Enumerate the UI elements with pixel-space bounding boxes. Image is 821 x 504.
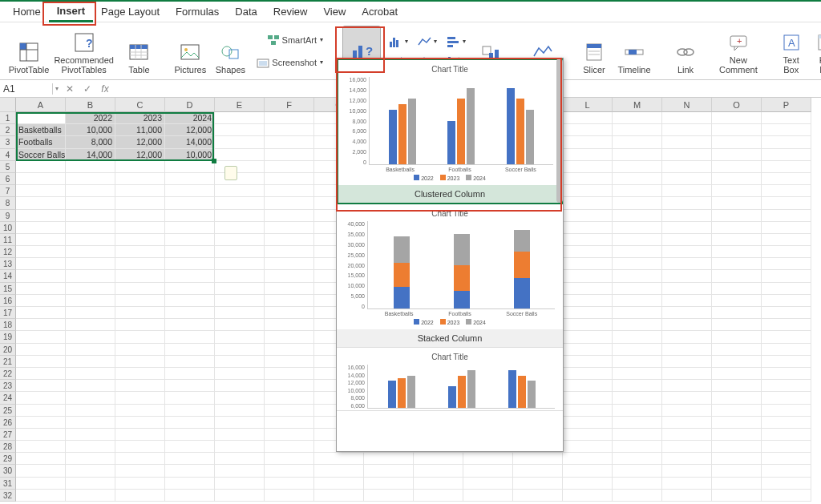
cell[interactable] <box>712 368 762 380</box>
cell[interactable] <box>265 405 314 417</box>
line-chart-button[interactable]: ▾ <box>415 33 440 50</box>
cell[interactable] <box>662 331 712 343</box>
cell[interactable] <box>215 185 265 197</box>
cell[interactable] <box>712 295 762 307</box>
cell[interactable] <box>265 380 314 392</box>
cell[interactable] <box>563 210 613 222</box>
cell[interactable] <box>66 234 115 246</box>
tab-formulas[interactable]: Formulas <box>168 2 227 21</box>
cell[interactable]: 12,000 <box>115 136 165 148</box>
cell[interactable] <box>215 173 265 185</box>
cell[interactable] <box>165 210 215 222</box>
cell[interactable] <box>563 234 613 246</box>
cell[interactable] <box>762 490 811 502</box>
cell[interactable] <box>165 246 215 258</box>
row-header[interactable]: 3 <box>0 136 16 148</box>
cell[interactable] <box>563 380 613 392</box>
cell[interactable] <box>215 124 265 136</box>
cell[interactable] <box>115 331 165 343</box>
cell[interactable] <box>613 405 662 417</box>
cell[interactable]: 2023 <box>115 112 165 124</box>
cell[interactable] <box>613 478 662 490</box>
cell[interactable] <box>215 380 265 392</box>
cell[interactable] <box>66 246 115 258</box>
row-header[interactable]: 1 <box>0 112 16 124</box>
cell[interactable] <box>563 344 613 356</box>
cell[interactable] <box>563 478 613 490</box>
cell[interactable] <box>563 161 613 173</box>
cell[interactable] <box>314 453 364 465</box>
cell[interactable] <box>66 465 115 477</box>
cell[interactable] <box>215 368 265 380</box>
cell[interactable] <box>16 478 66 490</box>
cell[interactable] <box>613 344 662 356</box>
cell[interactable] <box>265 392 314 404</box>
cell[interactable] <box>364 465 414 477</box>
cell[interactable] <box>712 173 762 185</box>
cell[interactable] <box>16 331 66 343</box>
cell[interactable] <box>66 173 115 185</box>
cell[interactable] <box>613 417 662 429</box>
cell[interactable] <box>563 112 613 124</box>
cell[interactable] <box>265 478 314 490</box>
cell[interactable] <box>613 173 662 185</box>
cell[interactable] <box>662 173 712 185</box>
cell[interactable] <box>513 490 563 502</box>
column-header[interactable]: B <box>66 98 115 112</box>
cell[interactable] <box>265 490 314 502</box>
cell[interactable] <box>215 295 265 307</box>
cell[interactable] <box>762 185 811 197</box>
cell[interactable] <box>762 149 811 161</box>
cell[interactable] <box>762 380 811 392</box>
cell[interactable] <box>712 392 762 404</box>
cell[interactable] <box>165 197 215 209</box>
cell[interactable] <box>16 319 66 331</box>
cell[interactable] <box>16 222 66 234</box>
cell[interactable] <box>563 124 613 136</box>
shapes-button[interactable]: Shapes <box>212 26 248 76</box>
cell[interactable] <box>762 283 811 295</box>
cell[interactable] <box>712 429 762 441</box>
cell[interactable] <box>16 210 66 222</box>
cell[interactable] <box>662 222 712 234</box>
cell[interactable] <box>613 392 662 404</box>
cell[interactable] <box>165 429 215 441</box>
cell[interactable] <box>712 465 762 477</box>
cell[interactable] <box>613 319 662 331</box>
cell[interactable] <box>16 380 66 392</box>
cell[interactable] <box>16 344 66 356</box>
row-header[interactable]: 31 <box>0 478 16 490</box>
cell[interactable] <box>115 368 165 380</box>
cell[interactable] <box>613 429 662 441</box>
cell[interactable] <box>662 283 712 295</box>
cell[interactable] <box>265 136 314 148</box>
row-header[interactable]: 2 <box>0 124 16 136</box>
cell[interactable] <box>215 136 265 148</box>
cell[interactable] <box>314 465 364 477</box>
cell[interactable] <box>563 417 613 429</box>
cell[interactable] <box>16 368 66 380</box>
cell[interactable] <box>66 429 115 441</box>
cell[interactable] <box>712 234 762 246</box>
cell[interactable] <box>762 234 811 246</box>
cell[interactable] <box>115 380 165 392</box>
row-header[interactable]: 32 <box>0 490 16 502</box>
cell[interactable] <box>265 258 314 270</box>
cell[interactable] <box>662 270 712 282</box>
cell[interactable] <box>762 307 811 319</box>
cell[interactable] <box>712 124 762 136</box>
cell[interactable] <box>215 197 265 209</box>
cell[interactable] <box>762 441 811 453</box>
cell[interactable] <box>613 197 662 209</box>
cell[interactable] <box>662 136 712 148</box>
cell[interactable] <box>563 465 613 477</box>
cell[interactable] <box>613 210 662 222</box>
cell[interactable] <box>762 392 811 404</box>
cell[interactable] <box>662 380 712 392</box>
timeline-button[interactable]: Timeline <box>617 26 652 76</box>
cell[interactable] <box>662 197 712 209</box>
cell[interactable] <box>662 185 712 197</box>
cell[interactable] <box>115 405 165 417</box>
cell[interactable] <box>215 283 265 295</box>
cell[interactable] <box>463 490 513 502</box>
